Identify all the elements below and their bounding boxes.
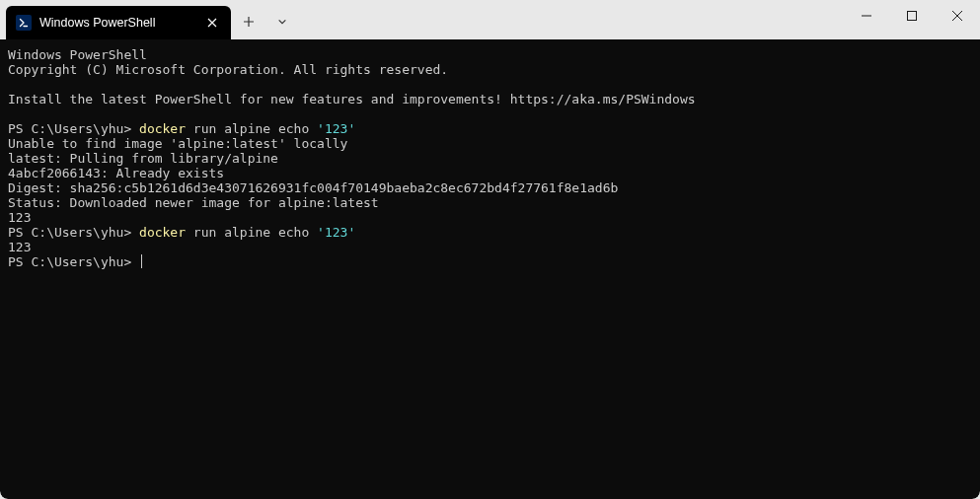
- new-tab-button[interactable]: [233, 6, 264, 37]
- terminal-line: Status: Downloaded newer image for alpin…: [8, 195, 972, 210]
- tabs-area: Windows PowerShell: [0, 0, 298, 39]
- close-window-button[interactable]: [935, 0, 980, 32]
- terminal-line: 123: [8, 240, 972, 254]
- cursor: [141, 254, 142, 268]
- svg-rect-3: [908, 12, 917, 21]
- powershell-icon: [16, 15, 32, 31]
- terminal-line: Unable to find image 'alpine:latest' loc…: [8, 136, 972, 151]
- titlebar: Windows PowerShell: [0, 0, 980, 39]
- terminal-output[interactable]: Windows PowerShellCopyright (C) Microsof…: [0, 39, 980, 499]
- tab-title: Windows PowerShell: [39, 16, 203, 30]
- terminal-line: Install the latest PowerShell for new fe…: [8, 92, 972, 107]
- terminal-line: Copyright (C) Microsoft Corporation. All…: [8, 62, 972, 77]
- terminal-line: PS C:\Users\yhu>: [8, 254, 972, 269]
- tab-close-button[interactable]: [203, 14, 221, 32]
- terminal-line: latest: Pulling from library/alpine: [8, 151, 972, 166]
- terminal-line: [8, 107, 972, 121]
- minimize-button[interactable]: [844, 0, 889, 32]
- window-controls: [844, 0, 980, 32]
- terminal-line: 123: [8, 210, 972, 225]
- window-root: Windows PowerShell Windows P: [0, 0, 980, 499]
- tab-powershell[interactable]: Windows PowerShell: [6, 6, 231, 39]
- tab-dropdown-button[interactable]: [266, 6, 298, 37]
- terminal-line: Windows PowerShell: [8, 47, 972, 62]
- terminal-line: [8, 77, 972, 92]
- terminal-line: PS C:\Users\yhu> docker run alpine echo …: [8, 121, 972, 136]
- terminal-line: 4abcf2066143: Already exists: [8, 166, 972, 180]
- terminal-line: Digest: sha256:c5b1261d6d3e43071626931fc…: [8, 180, 972, 195]
- terminal-line: PS C:\Users\yhu> docker run alpine echo …: [8, 225, 972, 240]
- maximize-button[interactable]: [889, 0, 935, 32]
